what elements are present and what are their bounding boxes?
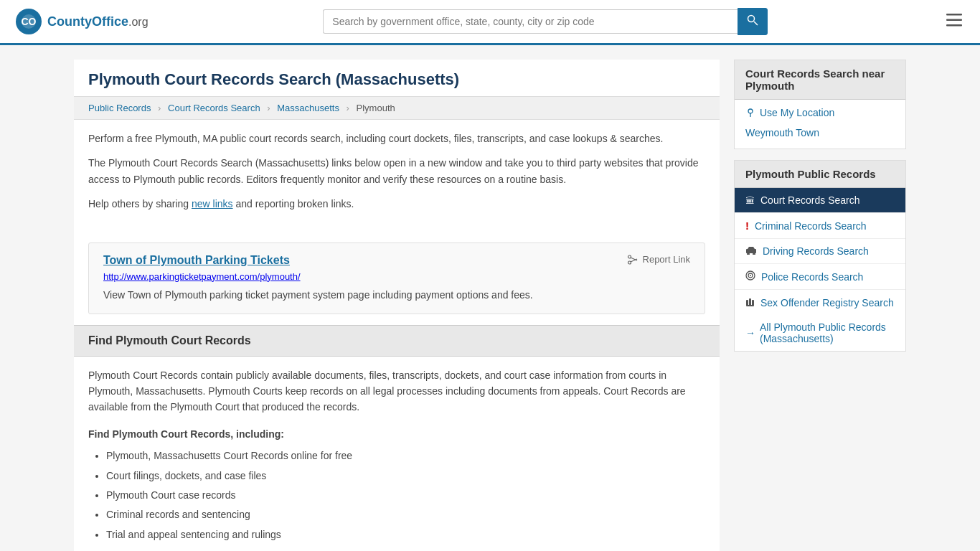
search-button[interactable] (738, 8, 768, 35)
svg-rect-22 (749, 298, 751, 306)
hamburger-menu-button[interactable] (943, 9, 966, 34)
list-item: Trial and appeal sentencing and rulings (106, 527, 705, 542)
sidebar-nav-item-police-records: Police Records Search (735, 264, 905, 290)
sidebar-nearby-title: Court Records Search near Plymouth (735, 60, 905, 100)
content-area: Plymouth Court Records Search (Massachus… (74, 60, 720, 551)
record-card-desc: View Town of Plymouth parking ticket pay… (103, 288, 690, 303)
sex-offender-link[interactable]: Sex Offender Registry Search (735, 290, 905, 315)
logo-icon: CO (14, 7, 43, 36)
record-url-link[interactable]: http://www.parkingticketpayment.com/plym… (103, 271, 301, 282)
scissors-icon (627, 254, 639, 265)
sidebar-public-records-title: Plymouth Public Records (735, 161, 905, 188)
sidebar-nearby-body: Use My Location Weymouth Town (735, 100, 905, 149)
breadcrumb-public-records[interactable]: Public Records (88, 103, 151, 113)
svg-rect-6 (946, 19, 962, 22)
svg-rect-14 (746, 249, 756, 253)
svg-rect-5 (946, 14, 962, 16)
sidebar-nav-item-criminal-records: ! Criminal Records Search (735, 213, 905, 239)
use-location-label: Use My Location (760, 107, 834, 118)
new-links-link[interactable]: new links (192, 198, 233, 209)
breadcrumb-sep-1: › (158, 103, 161, 113)
svg-marker-15 (748, 247, 755, 249)
breadcrumb-massachusetts[interactable]: Massachusetts (277, 103, 339, 113)
target-icon (745, 270, 755, 283)
intro-paragraph-2: The Plymouth Court Records Search (Massa… (88, 155, 705, 187)
sidebar-nav-item-sex-offender: Sex Offender Registry Search (735, 290, 905, 315)
sidebar-nearby-section: Court Records Search near Plymouth Use M… (734, 60, 906, 149)
police-records-link[interactable]: Police Records Search (735, 264, 905, 289)
search-icon (747, 14, 758, 26)
intro-paragraph-3: Help others by sharing new links and rep… (88, 196, 705, 212)
sex-offender-label: Sex Offender Registry Search (760, 297, 894, 309)
weymouth-link[interactable]: Weymouth Town (745, 124, 895, 141)
criminal-records-link[interactable]: ! Criminal Records Search (735, 213, 905, 238)
record-card-title[interactable]: Town of Plymouth Parking Tickets (103, 254, 290, 267)
page-title: Plymouth Court Records Search (Massachus… (74, 60, 720, 96)
sidebar-nav: Court Records Search ! Criminal Records … (735, 188, 905, 315)
list-item: Plymouth, Massachusetts Court Records on… (106, 448, 705, 463)
breadcrumb-sep-3: › (347, 103, 349, 113)
svg-rect-7 (946, 24, 962, 27)
court-records-label: Court Records Search (760, 194, 860, 206)
criminal-records-label: Criminal Records Search (755, 220, 867, 232)
exclaim-icon: ! (745, 220, 749, 232)
breadcrumb-plymouth: Plymouth (357, 103, 395, 113)
find-section-header: Find Plymouth Court Records (74, 325, 720, 357)
main-container: Plymouth Court Records Search (Massachus… (60, 45, 920, 551)
breadcrumb-court-records-search[interactable]: Court Records Search (168, 103, 260, 113)
driving-records-link[interactable]: Driving Records Search (735, 239, 905, 263)
list-item: Plymouth Court case records (106, 487, 705, 503)
record-card: Town of Plymouth Parking Tickets Report … (88, 242, 705, 314)
svg-point-12 (748, 109, 753, 113)
list-item: Court filings, dockets, and case files (106, 468, 705, 484)
find-section-list: Plymouth, Massachusetts Court Records on… (88, 448, 705, 542)
find-section-body: Plymouth Court Records contain publicly … (74, 357, 720, 551)
record-card-url: http://www.parkingticketpayment.com/plym… (103, 271, 690, 282)
find-section-body-text: Plymouth Court Records contain publicly … (88, 367, 705, 415)
sidebar: Court Records Search near Plymouth Use M… (734, 60, 906, 551)
breadcrumb: Public Records › Court Records Search › … (74, 96, 720, 120)
all-records-label: All Plymouth Public Records (Massachuset… (760, 321, 895, 344)
search-input[interactable] (323, 9, 738, 34)
svg-line-4 (754, 22, 758, 25)
building-icon (745, 194, 755, 206)
logo-area: CO CountyOffice.org (14, 7, 149, 36)
hamburger-icon (946, 14, 962, 27)
svg-rect-24 (746, 305, 754, 306)
intro-p3-suffix: and reporting broken links. (233, 198, 354, 209)
svg-point-3 (748, 16, 755, 22)
search-area (323, 8, 768, 35)
all-records-link[interactable]: → All Plymouth Public Records (Massachus… (735, 315, 905, 351)
sidebar-nav-item-court-records: Court Records Search (735, 188, 905, 213)
intro-paragraph-1: Perform a free Plymouth, MA public court… (88, 131, 705, 146)
svg-text:CO: CO (22, 16, 37, 27)
police-records-label: Police Records Search (761, 271, 863, 283)
driving-records-label: Driving Records Search (763, 245, 869, 257)
sidebar-nav-item-driving-records: Driving Records Search (735, 239, 905, 264)
report-link-label: Report Link (643, 254, 690, 265)
svg-point-20 (750, 275, 751, 276)
hand-icon (745, 296, 755, 309)
svg-rect-21 (746, 300, 748, 306)
header: CO CountyOffice.org (0, 0, 980, 45)
car-icon (745, 245, 757, 257)
record-card-header: Town of Plymouth Parking Tickets Report … (103, 254, 690, 267)
arrow-icon: → (745, 327, 755, 339)
breadcrumb-sep-2: › (267, 103, 270, 113)
court-records-link[interactable]: Court Records Search (735, 188, 905, 212)
use-location-link[interactable]: Use My Location (745, 107, 895, 118)
sidebar-public-records-section: Plymouth Public Records Court Records Se… (734, 160, 906, 352)
find-section-list-title: Find Plymouth Court Records, including: (88, 426, 705, 442)
content-body: Perform a free Plymouth, MA public court… (74, 120, 720, 232)
svg-rect-23 (752, 300, 754, 306)
report-link-button[interactable]: Report Link (627, 254, 690, 265)
logo-text: CountyOffice.org (47, 14, 149, 29)
intro-p3-prefix: Help others by sharing (88, 198, 192, 209)
location-pin-icon (745, 108, 755, 118)
list-item: Criminal records and sentencing (106, 507, 705, 522)
